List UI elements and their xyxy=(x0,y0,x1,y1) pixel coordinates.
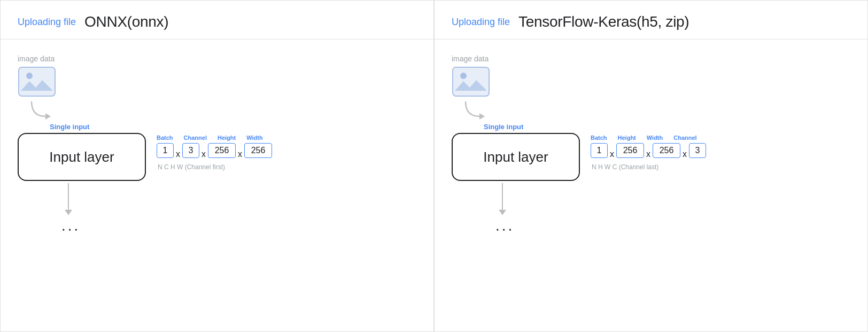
dim-val-height-onnx: 256 xyxy=(208,143,236,158)
dim-labels-onnx: Batch Channel Height Width xyxy=(157,135,263,142)
dim-value-height-tensorflow: 256 xyxy=(616,143,644,158)
image-data-section-tensorflow: image data xyxy=(452,54,490,97)
panel-header-tensorflow: Uploading file TensorFlow-Keras(h5, zip) xyxy=(435,1,867,39)
dim-x-1-tensorflow: x xyxy=(610,142,614,159)
single-input-label-onnx: Single input xyxy=(50,123,89,131)
dim-val-batch-onnx: 1 xyxy=(157,143,174,158)
dim-labels-tensorflow: Batch Height Width Channel xyxy=(591,135,697,142)
dim-val-height-tensorflow: 256 xyxy=(616,143,644,158)
middle-row-tensorflow: Single input Input layer Batch Height xyxy=(452,123,850,181)
svg-marker-2 xyxy=(45,113,51,120)
panel-title-tensorflow: TensorFlow-Keras(h5, zip) xyxy=(518,13,689,30)
left-col-onnx: Single input Input layer xyxy=(18,123,146,181)
dim-val-width-tensorflow: 256 xyxy=(653,143,680,158)
dim-val-channel-onnx: 3 xyxy=(182,143,199,158)
curved-arrow-onnx xyxy=(26,99,58,123)
dim-x-2-tensorflow: x xyxy=(646,142,650,159)
dim-value-width-onnx: 256 xyxy=(244,143,272,158)
dim-value-channel-onnx: 3 xyxy=(182,143,199,158)
svg-rect-0 xyxy=(19,67,55,96)
dim-cell-height-tensorflow: Height xyxy=(618,135,636,142)
svg-point-1 xyxy=(26,73,33,79)
dim-value-width-tensorflow: 256 xyxy=(653,143,680,158)
dim-format-label-tensorflow: N H W C (Channel last) xyxy=(592,163,658,171)
svg-marker-5 xyxy=(479,113,485,120)
curved-arrow-tensorflow xyxy=(460,99,492,123)
dim-cell-width-onnx: Width xyxy=(246,135,262,142)
dim-cell-channel-tensorflow: Channel xyxy=(673,135,696,142)
dim-value-channel-tensorflow: 3 xyxy=(689,143,706,158)
dim-label-height-onnx: Height xyxy=(218,135,236,141)
input-layer-text-tensorflow: Input layer xyxy=(483,149,548,165)
input-layer-box-onnx: Input layer xyxy=(18,133,146,181)
dim-x-3-tensorflow: x xyxy=(683,142,687,159)
dimension-section-onnx: Batch Channel Height Width xyxy=(157,135,272,171)
image-data-section-onnx: image data xyxy=(18,54,56,97)
uploading-label-onnx: Uploading file xyxy=(18,17,76,28)
dim-val-channel-tensorflow: 3 xyxy=(689,143,706,158)
panel-header-onnx: Uploading file ONNX(onnx) xyxy=(1,1,433,39)
dim-val-batch-tensorflow: 1 xyxy=(591,143,608,158)
dim-cell-batch-tensorflow: Batch xyxy=(591,135,607,142)
panel-content-onnx: image data Single input Input layer xyxy=(1,39,433,331)
dim-values-onnx: 1 x 3 x 256 x 256 xyxy=(157,142,272,159)
arrow-down-tensorflow xyxy=(499,183,506,215)
dim-value-batch-tensorflow: 1 xyxy=(591,143,608,158)
image-icon-tensorflow xyxy=(452,66,490,97)
dim-val-width-onnx: 256 xyxy=(244,143,272,158)
uploading-label-tensorflow: Uploading file xyxy=(452,17,510,28)
dim-values-tensorflow: 1 x 256 x 256 x 3 xyxy=(591,142,706,159)
dim-x-1-onnx: x xyxy=(176,142,180,159)
dim-cell-channel-onnx: Channel xyxy=(184,135,207,142)
arrow-down-onnx xyxy=(65,183,72,215)
dim-label-width-tensorflow: Width xyxy=(647,135,663,141)
dim-cell-batch-onnx: Batch xyxy=(157,135,173,142)
single-input-label-tensorflow: Single input xyxy=(484,123,523,131)
panel-title-onnx: ONNX(onnx) xyxy=(84,13,168,30)
ellipsis-onnx: ... xyxy=(61,217,80,234)
svg-point-4 xyxy=(460,73,467,79)
input-layer-box-tensorflow: Input layer xyxy=(452,133,580,181)
svg-rect-3 xyxy=(453,67,489,96)
dim-label-batch-tensorflow: Batch xyxy=(591,135,607,141)
dim-label-width-onnx: Width xyxy=(246,135,262,141)
panel-content-tensorflow: image data Single input Input layer xyxy=(435,39,867,331)
dim-label-height-tensorflow: Height xyxy=(618,135,636,141)
dim-x-3-onnx: x xyxy=(238,142,242,159)
dim-cell-width-tensorflow: Width xyxy=(647,135,663,142)
dim-cell-height-onnx: Height xyxy=(218,135,236,142)
dim-value-batch-onnx: 1 xyxy=(157,143,174,158)
panel-tensorflow: Uploading file TensorFlow-Keras(h5, zip)… xyxy=(434,0,868,332)
panel-onnx: Uploading file ONNX(onnx) image data Sin… xyxy=(0,0,434,332)
dim-label-channel-onnx: Channel xyxy=(184,135,207,141)
image-icon-onnx xyxy=(18,66,56,97)
image-data-label-onnx: image data xyxy=(18,54,55,63)
image-data-label-tensorflow: image data xyxy=(452,54,489,63)
ellipsis-tensorflow: ... xyxy=(495,217,514,234)
dim-x-2-onnx: x xyxy=(201,142,206,159)
middle-row-onnx: Single input Input layer Batch Channel xyxy=(18,123,416,181)
left-col-tensorflow: Single input Input layer xyxy=(452,123,580,181)
input-layer-text-onnx: Input layer xyxy=(49,149,114,165)
dim-label-channel-tensorflow: Channel xyxy=(673,135,696,141)
dim-label-batch-onnx: Batch xyxy=(157,135,173,141)
dimension-section-tensorflow: Batch Height Width Channel xyxy=(591,135,706,171)
dim-value-height-onnx: 256 xyxy=(208,143,236,158)
dim-format-label-onnx: N C H W (Channel first) xyxy=(158,163,225,171)
